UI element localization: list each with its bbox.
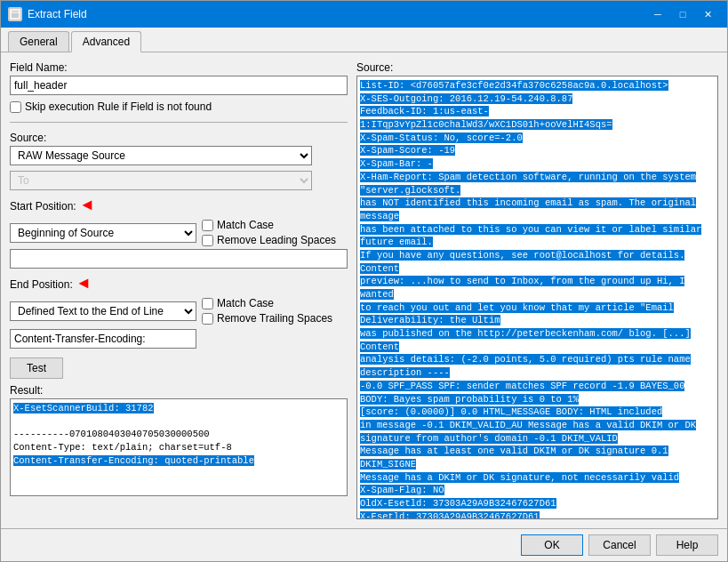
- end-arrow-icon: ◄: [76, 274, 92, 292]
- defined-text-input[interactable]: [10, 329, 196, 349]
- end-position-row: Defined Text to the End of Line Match Ca…: [10, 297, 348, 325]
- start-text-input[interactable]: [10, 249, 348, 269]
- start-match-case-checkbox[interactable]: [202, 220, 213, 231]
- end-remove-spaces-row: Remove Trailing Spaces: [202, 312, 332, 325]
- start-position-label: Start Position: ◄: [10, 196, 348, 214]
- result-section: Result: X-EsetScannerBuild: 31782 ------…: [10, 384, 348, 519]
- left-panel: Field Name: Skip execution Rule if Field…: [10, 61, 348, 519]
- to-select[interactable]: To: [10, 171, 312, 190]
- source-select[interactable]: RAW Message Source: [10, 146, 312, 165]
- end-options-col: Match Case Remove Trailing Spaces: [202, 297, 332, 325]
- tabs-bar: General Advanced: [1, 28, 727, 52]
- end-match-case-row: Match Case: [202, 297, 332, 309]
- right-source-label: Source:: [356, 61, 718, 74]
- maximize-button[interactable]: □: [670, 5, 695, 23]
- start-match-case-row: Match Case: [202, 219, 336, 231]
- end-position-section: End Position: ◄ Defined Text to the End …: [10, 274, 348, 349]
- result-highlighted: X-EsetScannerBuild: 31782: [13, 403, 154, 413]
- source-section-label: Source:: [10, 132, 348, 144]
- end-match-case-label: Match Case: [217, 297, 274, 309]
- close-button[interactable]: ✕: [695, 5, 720, 23]
- to-section: To: [10, 171, 348, 190]
- end-remove-spaces-label: Remove Trailing Spaces: [217, 312, 332, 325]
- source-highlighted-block: List-ID: <d76057afe3cf0e2d34fa370c6258ac…: [360, 80, 701, 519]
- cancel-button[interactable]: Cancel: [588, 534, 651, 556]
- title-bar-left: Extract Field: [8, 7, 87, 21]
- right-panel: Source: List-ID: <d76057afe3cf0e2d34fa37…: [356, 61, 718, 519]
- title-bar: Extract Field ─ □ ✕: [1, 1, 727, 28]
- skip-checkbox[interactable]: [10, 101, 21, 113]
- tab-advanced[interactable]: Advanced: [71, 31, 141, 52]
- extract-field-window: Extract Field ─ □ ✕ General Advanced Fie…: [0, 0, 728, 562]
- source-section: Source: RAW Message Source: [10, 132, 348, 165]
- end-remove-spaces-checkbox[interactable]: [202, 313, 213, 325]
- end-position-label: End Position: ◄: [10, 274, 348, 293]
- field-name-input[interactable]: [10, 76, 348, 95]
- result-box[interactable]: X-EsetScannerBuild: 31782 ----------0701…: [10, 398, 348, 496]
- skip-checkbox-row: Skip execution Rule if Field is not foun…: [10, 100, 348, 113]
- source-content: List-ID: <d76057afe3cf0e2d34fa370c6258ac…: [360, 79, 715, 519]
- minimize-button[interactable]: ─: [645, 5, 670, 23]
- start-options-col: Match Case Remove Leading Spaces: [202, 219, 336, 246]
- start-remove-spaces-checkbox[interactable]: [202, 235, 213, 246]
- start-remove-spaces-row: Remove Leading Spaces: [202, 234, 336, 246]
- result-label: Result:: [10, 384, 348, 397]
- skip-checkbox-label: Skip execution Rule if Field is not foun…: [25, 100, 212, 113]
- result-highlighted-2: Content-Transfer-Encoding: quoted-printa…: [13, 455, 254, 466]
- test-button[interactable]: Test: [10, 357, 63, 379]
- field-name-section: Field Name:: [10, 61, 348, 95]
- start-position-section: Start Position: ◄ Beginning of Source Ma…: [10, 196, 348, 269]
- window-icon: [8, 7, 22, 21]
- field-name-label: Field Name:: [10, 61, 348, 74]
- window-title: Extract Field: [28, 8, 87, 20]
- start-match-case-label: Match Case: [217, 219, 274, 231]
- start-position-select[interactable]: Beginning of Source: [10, 223, 196, 243]
- end-match-case-checkbox[interactable]: [202, 298, 213, 309]
- main-content: Field Name: Skip execution Rule if Field…: [1, 52, 727, 528]
- ok-button[interactable]: OK: [521, 534, 583, 556]
- end-position-select[interactable]: Defined Text to the End of Line: [10, 301, 196, 321]
- start-remove-spaces-label: Remove Leading Spaces: [217, 234, 336, 246]
- tab-general[interactable]: General: [8, 31, 69, 52]
- start-position-row: Beginning of Source Match Case Remove Le…: [10, 219, 348, 246]
- bottom-bar: OK Cancel Help: [1, 528, 727, 561]
- result-content: X-EsetScannerBuild: 31782 ----------0701…: [13, 402, 344, 467]
- source-box[interactable]: List-ID: <d76057afe3cf0e2d34fa370c6258ac…: [356, 76, 718, 519]
- start-arrow-icon: ◄: [79, 196, 95, 213]
- help-button[interactable]: Help: [656, 534, 718, 556]
- svg-rect-0: [11, 10, 20, 19]
- title-bar-controls: ─ □ ✕: [645, 5, 720, 23]
- test-section: Test: [10, 354, 348, 379]
